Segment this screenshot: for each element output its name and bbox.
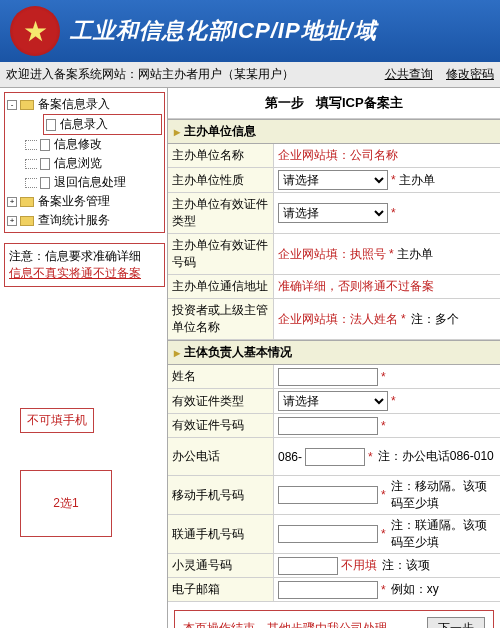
page-footer-note: 本页操作结束，其他步骤由我公司处理 下一步 bbox=[174, 610, 494, 628]
label-unit-nature: 主办单位性质 bbox=[168, 168, 274, 192]
welcome-text: 欢迎进入备案系统网站：网站主办者用户（某某用户） bbox=[6, 66, 294, 83]
trail-email: 例如：xy bbox=[391, 581, 439, 598]
annotation-no-mobile: 不可填手机 bbox=[20, 408, 94, 433]
file-icon bbox=[46, 119, 56, 131]
label-cert-type: 主办单位有效证件类型 bbox=[168, 193, 274, 233]
link-change-password[interactable]: 修改密码 bbox=[446, 67, 494, 81]
input-person-cert-no[interactable] bbox=[278, 417, 378, 435]
required-star: * bbox=[368, 450, 373, 464]
folder-icon bbox=[20, 100, 34, 110]
arrow-icon: ▸ bbox=[174, 125, 180, 139]
next-button[interactable]: 下一步 bbox=[427, 617, 485, 628]
prefix-office-tel: 086- bbox=[278, 450, 302, 464]
annotation-pick-one: 2选1 bbox=[20, 470, 112, 537]
trail-office-tel: 注：办公电话086-010 bbox=[378, 448, 494, 465]
step-text: 填写ICP备案主 bbox=[316, 95, 403, 110]
required-star: * bbox=[391, 173, 396, 187]
label-person-cert-type: 有效证件类型 bbox=[168, 389, 274, 413]
nav-tree: -备案信息录入 信息录入 信息修改 信息浏览 退回信息处理 +备案业务管理 +查… bbox=[4, 92, 165, 233]
required-star: * bbox=[391, 206, 396, 220]
input-email[interactable] bbox=[278, 581, 378, 599]
section-person-info: ▸主体负责人基本情况 bbox=[168, 340, 500, 365]
select-unit-nature[interactable]: 请选择 bbox=[278, 170, 388, 190]
tree-item-input[interactable]: 信息录入 bbox=[43, 114, 162, 135]
hint-investor: 企业网站填：法人姓名 bbox=[278, 311, 398, 328]
file-icon bbox=[40, 158, 50, 170]
tree-item-browse[interactable]: 信息浏览 bbox=[25, 154, 162, 173]
label-office-tel: 办公电话 bbox=[168, 438, 274, 475]
folder-icon bbox=[20, 197, 34, 207]
tree-root-stats[interactable]: +查询统计服务 bbox=[7, 211, 162, 230]
tree-item-quit[interactable]: 退回信息处理 bbox=[25, 173, 162, 192]
footer-text: 本页操作结束，其他步骤由我公司处理 bbox=[183, 620, 387, 628]
label-person-cert-no: 有效证件号码 bbox=[168, 414, 274, 437]
hint-unit-name: 企业网站填：公司名称 bbox=[278, 147, 398, 164]
topbar: 欢迎进入备案系统网站：网站主办者用户（某某用户） 公共查询 修改密码 bbox=[0, 62, 500, 88]
required-star: * bbox=[389, 247, 394, 261]
folder-icon bbox=[20, 216, 34, 226]
arrow-icon: ▸ bbox=[174, 346, 180, 360]
hint-addr: 准确详细，否则将通不过备案 bbox=[278, 278, 434, 295]
select-cert-type[interactable]: 请选择 bbox=[278, 203, 388, 223]
label-investor: 投资者或上级主管单位名称 bbox=[168, 299, 274, 339]
required-star: * bbox=[381, 527, 386, 541]
input-mobile[interactable] bbox=[278, 486, 378, 504]
sidebar: -备案信息录入 信息录入 信息修改 信息浏览 退回信息处理 +备案业务管理 +查… bbox=[0, 88, 168, 628]
app-header: 工业和信息化部ICP/IP地址/域 bbox=[0, 0, 500, 62]
select-person-cert-type[interactable]: 请选择 bbox=[278, 391, 388, 411]
input-office-tel[interactable] bbox=[305, 448, 365, 466]
tree-item-modify[interactable]: 信息修改 bbox=[25, 135, 162, 154]
input-phs[interactable] bbox=[278, 557, 338, 575]
required-star: * bbox=[391, 394, 396, 408]
file-icon bbox=[40, 177, 50, 189]
notice-line1: 注意：信息要求准确详细 bbox=[9, 248, 160, 265]
content-panel: 第一步 填写ICP备案主 ▸主办单位信息 主办单位名称企业网站填：公司名称 主办… bbox=[168, 88, 500, 628]
section-unit-info: ▸主办单位信息 bbox=[168, 119, 500, 144]
label-phs: 小灵通号码 bbox=[168, 554, 274, 577]
label-unicom: 联通手机号码 bbox=[168, 515, 274, 553]
label-unit-name: 主办单位名称 bbox=[168, 144, 274, 167]
hint-phs: 不用填 bbox=[341, 557, 377, 574]
trail-unicom: 注：联通隔。该项码至少填 bbox=[391, 517, 496, 551]
label-addr: 主办单位通信地址 bbox=[168, 275, 274, 298]
input-person-name[interactable] bbox=[278, 368, 378, 386]
trail-mobile: 注：移动隔。该项码至少填 bbox=[391, 478, 496, 512]
step-heading: 第一步 填写ICP备案主 bbox=[168, 88, 500, 119]
step-number: 第一步 bbox=[265, 95, 304, 110]
tree-root-biz[interactable]: +备案业务管理 bbox=[7, 192, 162, 211]
label-person-name: 姓名 bbox=[168, 365, 274, 388]
trail-phs: 注：该项 bbox=[382, 557, 430, 574]
tree-root-filing[interactable]: -备案信息录入 bbox=[7, 95, 162, 114]
required-star: * bbox=[381, 488, 386, 502]
label-email: 电子邮箱 bbox=[168, 578, 274, 601]
app-title: 工业和信息化部ICP/IP地址/域 bbox=[70, 16, 377, 46]
sublabel-cert-no: 主办单 bbox=[397, 246, 433, 263]
hint-cert-no: 企业网站填：执照号 bbox=[278, 246, 386, 263]
sublabel-unit-nature: 主办单 bbox=[399, 172, 435, 189]
trail-investor: 注：多个 bbox=[411, 311, 459, 328]
required-star: * bbox=[381, 419, 386, 433]
file-icon bbox=[40, 139, 50, 151]
label-cert-no: 主办单位有效证件号码 bbox=[168, 234, 274, 274]
required-star: * bbox=[381, 370, 386, 384]
notice-line2: 信息不真实将通不过备案 bbox=[9, 265, 160, 282]
label-mobile: 移动手机号码 bbox=[168, 476, 274, 514]
required-star: * bbox=[401, 312, 406, 326]
sidebar-notice: 注意：信息要求准确详细 信息不真实将通不过备案 bbox=[4, 243, 165, 287]
input-unicom[interactable] bbox=[278, 525, 378, 543]
national-emblem-icon bbox=[10, 6, 60, 56]
required-star: * bbox=[381, 583, 386, 597]
link-public-query[interactable]: 公共查询 bbox=[385, 67, 433, 81]
